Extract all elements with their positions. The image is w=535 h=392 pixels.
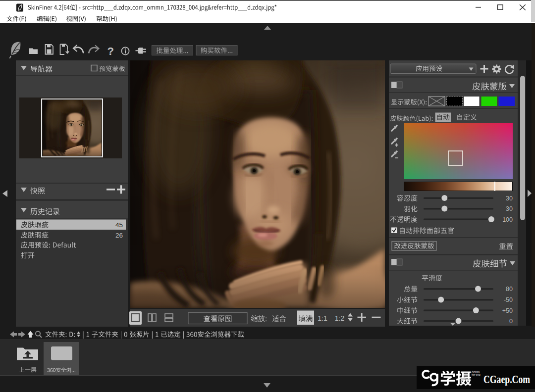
svg-text:80: 80 <box>506 286 513 293</box>
svg-text:-50: -50 <box>504 296 513 303</box>
svg-text:26: 26 <box>115 232 123 239</box>
svg-text:Artistsfor you: Artistsfor you <box>472 370 481 376</box>
svg-text:1:1: 1:1 <box>318 314 327 322</box>
svg-text:45: 45 <box>115 221 123 229</box>
svg-text:0: 0 <box>509 318 513 325</box>
svg-text:1:2: 1:2 <box>335 314 345 322</box>
svg-text:100: 100 <box>502 216 513 223</box>
svg-text:?: ? <box>107 45 114 57</box>
svg-text:30: 30 <box>506 205 513 212</box>
svg-text:CGaep.Com: CGaep.Com <box>483 373 530 386</box>
svg-text:30: 30 <box>506 195 513 202</box>
svg-text:+50: +50 <box>502 307 513 314</box>
